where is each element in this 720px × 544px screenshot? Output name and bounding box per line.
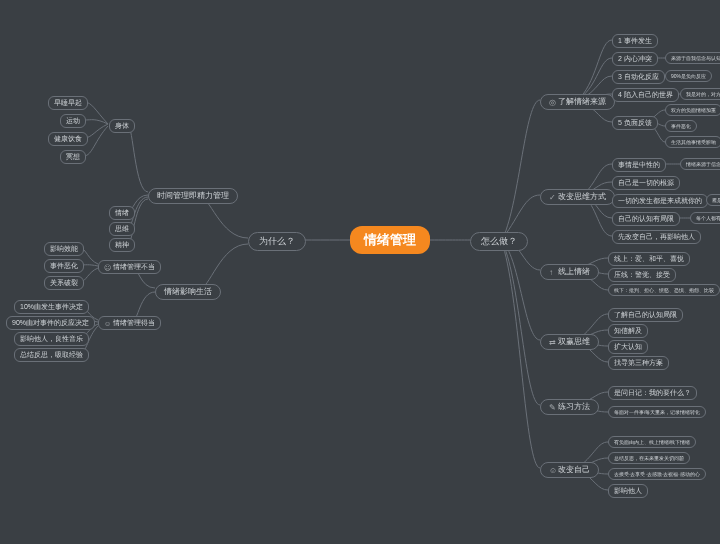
leaf[interactable]: 2 内心冲突 [612, 52, 658, 66]
root-node[interactable]: 情绪管理 [350, 226, 430, 254]
leaf[interactable]: 1 事件发生 [612, 34, 658, 48]
node-good-mgmt[interactable]: ☺情绪管理得当 [98, 316, 161, 330]
leaf[interactable]: 扩大认知 [608, 340, 648, 354]
pencil-icon: ✎ [549, 403, 556, 410]
leaf[interactable]: 关系破裂 [44, 276, 84, 290]
node-practice[interactable]: ✎练习方法 [540, 399, 599, 415]
node-bad-mgmt[interactable]: ☹情绪管理不当 [98, 260, 161, 274]
smile-icon: ☺ [104, 320, 111, 327]
leaf[interactable]: 90%由对事件的反应决定 [6, 316, 95, 330]
hub-how[interactable]: 怎么做？ [470, 232, 528, 251]
side-note: 雁是每一个菩萨 [706, 194, 720, 206]
node-thinking[interactable]: 思维 [109, 222, 135, 236]
leaf[interactable]: 自己的认知有局限 [612, 212, 680, 226]
leaf[interactable]: 健康饮食 [48, 132, 88, 146]
node-body[interactable]: 身体 [109, 119, 135, 133]
node-online[interactable]: ↑线上情绪 [540, 264, 599, 280]
leaf[interactable]: 3 自动化反应 [612, 70, 665, 84]
leaf[interactable]: 总结反思，在未来里发关切问题 [608, 452, 690, 464]
node-change[interactable]: ☺改变自己 [540, 462, 599, 478]
leaf[interactable]: 影响效能 [44, 242, 84, 256]
smile-icon: ☺ [549, 466, 556, 473]
swap-icon: ⇄ [549, 338, 556, 345]
leaf[interactable]: 影响他人，良性音乐 [14, 332, 89, 346]
leaf[interactable]: 总结反思，吸取经验 [14, 348, 89, 362]
leaf[interactable]: 去接受·去享受·去感激·去祝福·感动的心 [608, 468, 706, 480]
leaf[interactable]: 每面对一件事/每天里来，记录情绪转化 [608, 406, 706, 418]
leaf[interactable]: 事件恶化 [44, 259, 84, 273]
side-note: 我是对的，对方是错的 [680, 88, 720, 100]
hub-why[interactable]: 为什么？ [248, 232, 306, 251]
arrow-up-icon: ↑ [549, 268, 556, 275]
leaf[interactable]: 影响他人 [608, 484, 648, 498]
side-note: 事件恶化 [665, 120, 697, 132]
node-source[interactable]: ◎了解情绪来源 [540, 94, 615, 110]
leaf[interactable]: 一切的发生都是来成就你的 [612, 194, 708, 208]
check-icon: ✓ [549, 193, 556, 200]
side-note: 情绪来源于信念与认知系统 [680, 158, 720, 170]
leaf[interactable]: 5 负面反馈 [612, 116, 658, 130]
node-affect-life[interactable]: 情绪影响生活 [155, 284, 221, 300]
leaf[interactable]: 早睡早起 [48, 96, 88, 110]
frown-icon: ☹ [104, 264, 111, 271]
leaf[interactable]: 10%由发生事件决定 [14, 300, 89, 314]
leaf[interactable]: 冥想 [60, 150, 86, 164]
leaf[interactable]: 线下：批判、担心、愤怒、恐惧、抱怨、比较 [608, 284, 720, 296]
target-icon: ◎ [549, 98, 556, 105]
leaf[interactable]: 知信解及 [608, 324, 648, 338]
side-note: 每个人都有一个自己的世界 [690, 212, 720, 224]
side-note: 双方的负面情绪加重 [665, 104, 720, 116]
leaf[interactable]: 先改变自己，再影响他人 [612, 230, 701, 244]
side-note: 90%是负向反应 [665, 70, 712, 82]
leaf[interactable]: 线上：爱、和平、喜悦 [608, 252, 690, 266]
leaf[interactable]: 运动 [60, 114, 86, 128]
leaf[interactable]: 事情是中性的 [612, 158, 666, 172]
leaf[interactable]: 压线：警觉、接受 [608, 268, 676, 282]
leaf[interactable]: 是问日记：我的要什么？ [608, 386, 697, 400]
node-double[interactable]: ⇄双赢思维 [540, 334, 599, 350]
leaf[interactable]: 4 陷入自己的世界 [612, 88, 679, 102]
side-note: 生活其他事情受影响 [665, 136, 720, 148]
node-emotion[interactable]: 情绪 [109, 206, 135, 220]
leaf[interactable]: 自己是一切的根源 [612, 176, 680, 190]
node-time-energy[interactable]: 时间管理即精力管理 [148, 188, 238, 204]
leaf[interactable]: 找寻第三种方案 [608, 356, 669, 370]
node-mindset[interactable]: ✓改变思维方式 [540, 189, 615, 205]
side-note: 来源于自我信念与认知的抗拒 [665, 52, 720, 64]
leaf[interactable]: 有负面由内上、线上情绪/线下情绪 [608, 436, 696, 448]
leaf[interactable]: 了解自己的认知局限 [608, 308, 683, 322]
node-spirit[interactable]: 精神 [109, 238, 135, 252]
